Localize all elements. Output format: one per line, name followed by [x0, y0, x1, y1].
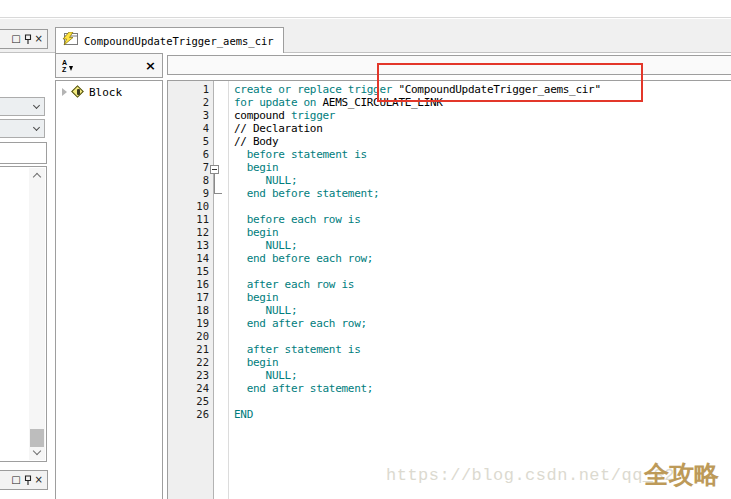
code-line[interactable]: END [234, 408, 601, 421]
watermark-url: https://blog.csdn.net/qq_32 [386, 466, 675, 485]
line-number: 15 [168, 265, 209, 278]
line-number: 18 [168, 304, 209, 317]
browser-close-button[interactable]: × [145, 59, 156, 72]
code-keyword: end after each row; [234, 317, 367, 330]
fold-collapse-icon[interactable] [210, 165, 219, 174]
line-number: 3 [168, 109, 209, 122]
pin-icon[interactable] [24, 475, 32, 486]
line-number: 5 [168, 135, 209, 148]
close-icon[interactable]: × [35, 475, 43, 485]
maximize-icon[interactable]: □ [11, 34, 20, 44]
line-number: 7 [168, 161, 209, 174]
code-line[interactable]: NULL; [234, 369, 601, 382]
window-top-band [0, 0, 731, 18]
line-number: 12 [168, 226, 209, 239]
code-keyword: begin [234, 356, 278, 369]
tree-item-block[interactable]: Block [56, 81, 162, 99]
app-window: □ × CompoundUpdateTrigger_aems_cir A Z × [0, 0, 731, 499]
code-keyword: NULL; [234, 239, 297, 252]
code-keyword: NULL; [234, 304, 297, 317]
code-line[interactable] [234, 265, 601, 278]
code-line[interactable]: NULL; [234, 174, 601, 187]
browser-filter-combo[interactable] [0, 119, 45, 138]
code-line[interactable]: begin [234, 161, 601, 174]
code-text: // Declaration [234, 122, 323, 135]
line-number: 13 [168, 239, 209, 252]
code-line[interactable] [234, 200, 601, 213]
annotation-red-rectangle [377, 63, 643, 102]
line-number-gutter: 1234567891011121314151617181920212223242… [168, 81, 214, 499]
browser-search-input[interactable] [0, 142, 47, 164]
line-number: 21 [168, 343, 209, 356]
browser-folder-combo[interactable] [0, 97, 45, 116]
chevron-down-icon [33, 447, 41, 455]
code-keyword: before each row is [234, 213, 360, 226]
object-list-panel [0, 166, 47, 462]
code-keyword: after statement is [234, 343, 360, 356]
pin-icon[interactable] [24, 34, 32, 45]
code-line[interactable]: end after statement; [234, 382, 601, 395]
code-line[interactable] [234, 395, 601, 408]
code-line[interactable]: compound trigger [234, 109, 601, 122]
code-fold-margin [215, 81, 229, 499]
line-number: 4 [168, 122, 209, 135]
line-number: 9 [168, 187, 209, 200]
line-number: 11 [168, 213, 209, 226]
sort-az-button[interactable]: A Z [62, 59, 73, 73]
trigger-document-icon [62, 32, 79, 50]
chevron-down-icon [33, 123, 40, 130]
code-lines[interactable]: create or replace trigger "CompoundUpdat… [234, 83, 601, 421]
code-text: // Body [234, 135, 278, 148]
chevron-right-icon[interactable] [62, 88, 67, 96]
close-icon[interactable]: × [35, 34, 43, 44]
line-number: 2 [168, 96, 209, 109]
line-number: 19 [168, 317, 209, 330]
code-keyword: END [234, 408, 253, 421]
browser-tree-panel: Block [55, 80, 163, 499]
code-line[interactable]: begin [234, 356, 601, 369]
chevron-up-icon [33, 173, 41, 181]
code-line[interactable]: NULL; [234, 239, 601, 252]
code-keyword: trigger [291, 109, 335, 122]
code-line[interactable] [234, 330, 601, 343]
code-keyword: NULL; [234, 174, 297, 187]
code-line[interactable]: // Body [234, 135, 601, 148]
code-line[interactable]: NULL; [234, 304, 601, 317]
left-dock-titlebar-bottom: □ × [0, 470, 48, 490]
code-line[interactable]: after statement is [234, 343, 601, 356]
maximize-icon[interactable]: □ [11, 475, 20, 485]
code-line[interactable]: after each row is [234, 278, 601, 291]
code-line[interactable]: // Declaration [234, 122, 601, 135]
line-number: 20 [168, 330, 209, 343]
code-line[interactable]: before each row is [234, 213, 601, 226]
scroll-up-button[interactable] [29, 168, 45, 183]
line-number: 10 [168, 200, 209, 213]
fold-range-end [214, 193, 222, 194]
sort-arrow-icon [69, 66, 73, 71]
code-keyword: begin [234, 226, 278, 239]
code-line[interactable]: end before each row; [234, 252, 601, 265]
scroll-down-button[interactable] [29, 445, 45, 460]
line-number: 14 [168, 252, 209, 265]
code-keyword: end before each row; [234, 252, 373, 265]
code-line[interactable]: end before statement; [234, 187, 601, 200]
browser-toolbar: A Z × [55, 53, 163, 78]
line-number: 26 [168, 408, 209, 421]
code-editor[interactable]: 1234567891011121314151617181920212223242… [167, 80, 731, 499]
line-number: 25 [168, 395, 209, 408]
sort-a-letter: A [62, 59, 67, 66]
code-line[interactable]: begin [234, 291, 601, 304]
tab-compound-update-trigger[interactable]: CompoundUpdateTrigger_aems_cir [55, 27, 284, 53]
left-dock-titlebar-top: □ × [0, 29, 48, 49]
line-number: 22 [168, 356, 209, 369]
code-text: compound [234, 109, 291, 122]
code-line[interactable]: begin [234, 226, 601, 239]
code-line[interactable]: end after each row; [234, 317, 601, 330]
line-number: 24 [168, 382, 209, 395]
code-keyword: end after statement; [234, 382, 373, 395]
code-keyword: begin [234, 291, 278, 304]
code-line[interactable]: before statement is [234, 148, 601, 161]
code-keyword: before statement is [234, 148, 367, 161]
vertical-scrollbar[interactable] [29, 168, 45, 460]
block-icon [71, 85, 85, 99]
